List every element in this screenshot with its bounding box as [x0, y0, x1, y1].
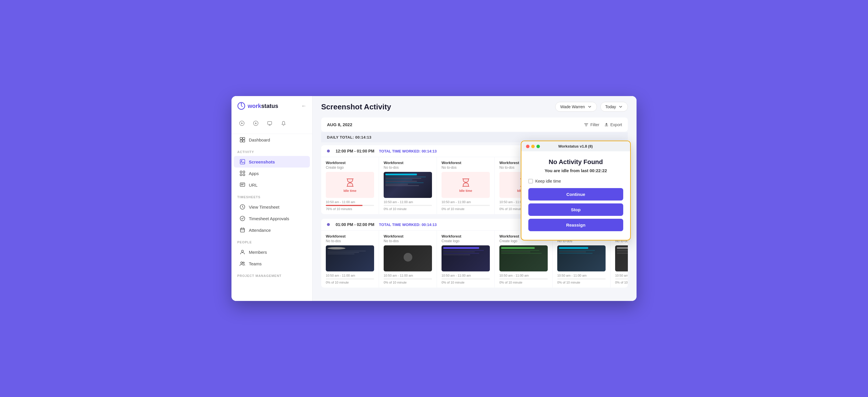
stop-button[interactable]: Stop	[528, 204, 623, 216]
close-traffic-light[interactable]	[526, 145, 529, 148]
total-time-worked-1: TOTAL TIME WORKED: 00:14:13	[379, 149, 437, 153]
sidebar-item-dashboard[interactable]: Dashboard	[234, 134, 310, 146]
card-app-name: Workforest	[384, 161, 432, 165]
minimize-traffic-light[interactable]	[531, 145, 535, 148]
people-section-label: PEOPLE	[231, 236, 312, 246]
card-progress-bar	[384, 205, 432, 206]
download-icon[interactable]	[251, 119, 260, 128]
check-circle-icon	[240, 216, 245, 221]
filter-btn[interactable]: Filter	[584, 122, 599, 127]
card-time: 10:50 am - 11:00 am	[441, 274, 490, 277]
play-icon[interactable]	[237, 119, 247, 128]
workstatus-logo-icon	[237, 102, 245, 110]
project-management-section-label: PROJECT MANAGEMENT	[231, 269, 312, 280]
card-time: 10:50 am - 11:00 am	[557, 274, 606, 277]
card-task: No to-dos	[441, 165, 490, 170]
date-label: AUG 8, 2022	[327, 122, 352, 127]
export-icon	[604, 122, 609, 127]
svg-rect-5	[268, 122, 272, 124]
card-time: 10:50 am - 11:00 am	[384, 200, 432, 204]
maximize-traffic-light[interactable]	[536, 145, 540, 148]
svg-rect-8	[240, 140, 242, 142]
sidebar-item-attendance[interactable]: Attendance	[234, 224, 310, 236]
sidebar-item-apps[interactable]: Apps	[234, 167, 310, 179]
reassign-button[interactable]: Reassign	[528, 219, 623, 231]
user-dropdown[interactable]: Wade Warren	[555, 102, 597, 112]
sidebar-item-timesheet-approvals[interactable]: Timesheet Approvals	[234, 213, 310, 224]
card-image-screenshot[interactable]	[615, 245, 628, 271]
keep-idle-row: Keep idle time	[528, 179, 623, 183]
hourglass-icon-2	[461, 177, 471, 188]
card-app-name: Workforest	[441, 234, 490, 238]
keep-idle-label: Keep idle time	[535, 179, 561, 183]
card-time: 10:50 am - 11:00 am	[615, 274, 628, 277]
svg-rect-15	[243, 174, 245, 176]
card-app-name: Workforest	[326, 234, 374, 238]
sidebar-item-timesheet-approvals-label: Timesheet Approvals	[249, 216, 289, 221]
bell-icon[interactable]	[279, 119, 288, 128]
time-range-2: 01:00 PM - 02:00 PM	[336, 222, 374, 227]
card-image-screenshot[interactable]	[557, 245, 606, 271]
card-time: 10:50 am - 11:00 am	[441, 200, 490, 204]
card-progress-bar	[441, 278, 490, 279]
popup-title-text: Workstatus v1.8 (8)	[558, 144, 593, 148]
time-range-1: 12:00 PM - 01:00 PM	[336, 149, 374, 153]
card-app-name: Workforest	[441, 161, 490, 165]
date-bar: AUG 8, 2022 Filter Export	[321, 118, 628, 132]
monitor-icon[interactable]	[265, 119, 274, 128]
image-icon	[240, 159, 245, 165]
sidebar-item-screenshots[interactable]: Screenshots	[234, 156, 310, 167]
card-progress-bar	[499, 278, 548, 279]
card-progress-bar	[384, 278, 432, 279]
sidebar-item-teams[interactable]: Teams	[234, 258, 310, 269]
idle-icon: Idle time	[459, 177, 472, 192]
idle-icon: Idle time	[343, 177, 356, 192]
card-time: 10:50 am - 11:00 am	[326, 200, 374, 204]
svg-point-1	[241, 103, 242, 104]
clock-icon	[240, 204, 245, 210]
card-image-idle: Idle time	[326, 172, 374, 198]
card-image-screenshot[interactable]	[326, 245, 374, 271]
calendar-icon	[240, 227, 245, 233]
card-progress-bar	[557, 278, 606, 279]
main-content: Screenshot Activity Wade Warren Today AU…	[312, 96, 637, 301]
time-dot-1	[327, 150, 330, 152]
continue-button[interactable]: Continue	[528, 188, 623, 201]
screenshot-card: Workforest No to-dos	[321, 231, 379, 287]
svg-rect-6	[240, 138, 242, 140]
card-percent: 0% of 10 minute	[384, 281, 432, 284]
card-time: 10:50 am - 11:00 am	[326, 274, 374, 277]
sidebar-item-dashboard-label: Dashboard	[249, 138, 270, 142]
card-percent: 0% of 10 minute	[499, 281, 548, 284]
card-percent: 0% of 10 minute	[384, 207, 432, 211]
card-image-screenshot[interactable]	[441, 245, 490, 271]
date-dropdown[interactable]: Today	[600, 102, 628, 112]
card-image-screenshot[interactable]	[499, 245, 548, 271]
sidebar-item-screenshots-label: Screenshots	[249, 159, 275, 164]
export-btn[interactable]: Export	[604, 122, 622, 127]
top-bar-controls: Wade Warren Today	[555, 102, 628, 112]
sidebar-collapse-btn[interactable]: ←	[301, 103, 306, 109]
svg-rect-14	[240, 174, 242, 176]
date-actions: Filter Export	[584, 122, 622, 127]
sidebar-item-teams-label: Teams	[249, 261, 261, 266]
svg-rect-13	[243, 171, 245, 173]
popup-body: No Activity Found You are idle from last…	[521, 151, 630, 240]
content-area: AUG 8, 2022 Filter Export DAILY TOTAL: 0…	[312, 118, 637, 301]
card-task: No to-dos	[326, 239, 374, 243]
card-task: Create logo	[326, 165, 374, 170]
sidebar-item-view-timesheet[interactable]: View Timesheet	[234, 201, 310, 213]
svg-point-22	[243, 262, 245, 264]
sidebar-item-members[interactable]: Members	[234, 246, 310, 258]
sidebar-item-url[interactable]: URL	[234, 179, 310, 191]
svg-point-20	[242, 250, 244, 252]
card-image-screenshot[interactable]	[384, 172, 432, 198]
card-image-screenshot[interactable]	[384, 245, 432, 271]
sidebar-item-attendance-label: Attendance	[249, 228, 271, 233]
card-task: No to-dos	[384, 239, 432, 243]
card-image-idle: Idle time	[441, 172, 490, 198]
popup-title-bar: Workstatus v1.8 (8)	[521, 141, 630, 151]
top-bar: Screenshot Activity Wade Warren Today	[312, 96, 637, 118]
timesheets-section-label: TIMESHEETS	[231, 191, 312, 201]
keep-idle-checkbox[interactable]	[528, 179, 533, 183]
